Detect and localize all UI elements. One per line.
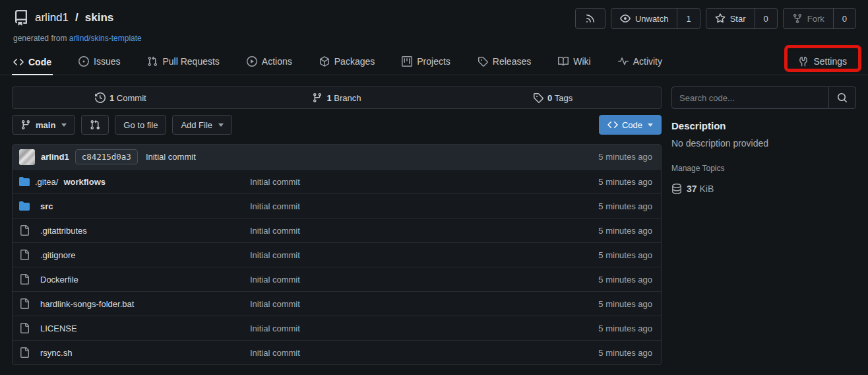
tab-releases[interactable]: Releases bbox=[476, 50, 532, 75]
stat-tags[interactable]: 0 Tags bbox=[445, 92, 661, 103]
template-repo-link[interactable]: arlind/skins-template bbox=[69, 34, 142, 43]
tag-icon bbox=[533, 92, 543, 103]
file-commit-message-link[interactable]: Initial commit bbox=[250, 250, 598, 260]
commit-time: 5 minutes ago bbox=[598, 152, 654, 162]
tab-packages[interactable]: Packages bbox=[318, 50, 376, 75]
commit-author-link[interactable]: arlind1 bbox=[41, 152, 69, 162]
code-download-button[interactable]: Code bbox=[599, 115, 662, 135]
file-name-link[interactable]: Dockerfile bbox=[19, 274, 250, 285]
repo-tabs: Code Issues Pull Requests Actions Packag… bbox=[12, 50, 664, 75]
file-name-link[interactable]: rsync.sh bbox=[19, 347, 250, 358]
eye-icon bbox=[620, 13, 631, 24]
compare-button[interactable] bbox=[81, 115, 109, 135]
unwatch-label: Unwatch bbox=[635, 14, 669, 24]
fork-count[interactable]: 0 bbox=[833, 9, 855, 28]
file-commit-message-link[interactable]: Initial commit bbox=[250, 299, 598, 309]
star-count[interactable]: 0 bbox=[755, 9, 777, 28]
branch-selector[interactable]: main bbox=[12, 115, 75, 135]
add-file-button[interactable]: Add File bbox=[172, 115, 232, 135]
generated-from-prefix: generated from bbox=[13, 34, 67, 43]
description-title: Description bbox=[671, 120, 856, 131]
go-to-file-label: Go to file bbox=[123, 120, 158, 130]
stat-commit[interactable]: 1 Commit bbox=[13, 92, 229, 103]
tab-issues[interactable]: Issues bbox=[77, 50, 121, 75]
main-column: 1 Commit 1 Branch 0 Tags main Go to file bbox=[12, 86, 662, 365]
tab-label: Packages bbox=[334, 56, 375, 67]
tab-label: Wiki bbox=[573, 56, 590, 67]
tools-icon bbox=[798, 56, 809, 67]
file-row: src Initial commit 5 minutes ago bbox=[13, 193, 661, 218]
file-name-link[interactable]: .gitea/workflows bbox=[19, 176, 250, 187]
repo-owner-link[interactable]: arlind1 bbox=[35, 11, 69, 24]
folder-icon bbox=[19, 176, 30, 187]
file-commit-time: 5 minutes ago bbox=[598, 201, 654, 211]
stat-text: 0 Tags bbox=[547, 93, 573, 103]
file-row: .gitignore Initial commit 5 minutes ago bbox=[13, 242, 661, 267]
file-name-link[interactable]: hardlink-songs-folder.bat bbox=[19, 298, 250, 309]
chevron-down-icon bbox=[218, 123, 224, 127]
file-icon bbox=[19, 347, 30, 358]
file-row: .gitea/workflows Initial commit 5 minute… bbox=[13, 169, 661, 193]
star-button[interactable]: Star 0 bbox=[706, 8, 778, 29]
file-name-link[interactable]: .gitattributes bbox=[19, 225, 250, 236]
tab-code[interactable]: Code bbox=[12, 51, 53, 75]
tab-wiki[interactable]: Wiki bbox=[557, 50, 592, 75]
file-icon bbox=[19, 298, 30, 309]
commit-hash-link[interactable]: c84215d0a3 bbox=[75, 149, 138, 164]
repo-stats-bar: 1 Commit 1 Branch 0 Tags bbox=[12, 86, 662, 109]
manage-topics-link[interactable]: Manage Topics bbox=[671, 164, 725, 173]
file-name: Dockerfile bbox=[40, 275, 78, 285]
repo-icon bbox=[13, 10, 29, 26]
repo-size: 37 KiB bbox=[671, 184, 856, 194]
search-icon bbox=[837, 92, 848, 103]
file-commit-message-link[interactable]: Initial commit bbox=[250, 226, 598, 236]
chevron-down-icon bbox=[61, 123, 67, 127]
stat-branch[interactable]: 1 Branch bbox=[229, 92, 445, 103]
code-button-label: Code bbox=[622, 120, 642, 130]
fork-button[interactable]: Fork 0 bbox=[783, 8, 856, 29]
file-name-link[interactable]: LICENSE bbox=[19, 323, 250, 333]
star-label: Star bbox=[730, 14, 746, 24]
file-commit-message-link[interactable]: Initial commit bbox=[250, 324, 598, 333]
branch-name: main bbox=[36, 120, 55, 130]
stat-text: 1 Commit bbox=[109, 93, 146, 103]
tab-actions[interactable]: Actions bbox=[245, 50, 294, 75]
description-empty-text: No description provided bbox=[671, 138, 856, 149]
tab-activity[interactable]: Activity bbox=[617, 50, 664, 75]
search-input[interactable] bbox=[672, 87, 828, 108]
file-row: LICENSE Initial commit 5 minutes ago bbox=[13, 316, 661, 340]
file-commit-time: 5 minutes ago bbox=[598, 275, 654, 285]
folder-icon bbox=[19, 201, 30, 211]
book-icon bbox=[558, 56, 569, 67]
tab-settings[interactable]: Settings bbox=[797, 50, 856, 75]
tab-pull-requests[interactable]: Pull Requests bbox=[146, 50, 220, 75]
stat-text: 1 Branch bbox=[326, 93, 361, 103]
file-name: rsync.sh bbox=[40, 348, 72, 358]
file-name: LICENSE bbox=[40, 324, 77, 333]
repo-name-link[interactable]: skins bbox=[85, 11, 113, 24]
file-commit-message-link[interactable]: Initial commit bbox=[250, 201, 598, 211]
file-name: .gitignore bbox=[40, 250, 75, 260]
file-icon bbox=[19, 274, 30, 285]
repo-content: 1 Commit 1 Branch 0 Tags main Go to file bbox=[0, 75, 868, 365]
file-commit-message-link[interactable]: Initial commit bbox=[250, 348, 598, 358]
tab-projects[interactable]: Projects bbox=[400, 50, 452, 75]
avatar[interactable] bbox=[19, 149, 35, 165]
watch-count[interactable]: 1 bbox=[677, 9, 699, 28]
go-to-file-button[interactable]: Go to file bbox=[115, 115, 166, 135]
file-commit-message-link[interactable]: Initial commit bbox=[250, 275, 598, 285]
file-path-prefix: .gitea/ bbox=[35, 177, 58, 187]
rss-button[interactable] bbox=[575, 8, 605, 29]
file-name-link[interactable]: .gitignore bbox=[19, 250, 250, 260]
search-button[interactable] bbox=[828, 87, 855, 108]
file-commit-time: 5 minutes ago bbox=[598, 226, 654, 236]
git-branch-icon bbox=[312, 92, 323, 103]
tab-label: Activity bbox=[633, 56, 662, 67]
unwatch-button[interactable]: Unwatch 1 bbox=[611, 8, 700, 29]
file-commit-message-link[interactable]: Initial commit bbox=[250, 177, 598, 187]
commit-message-link[interactable]: Initial commit bbox=[146, 152, 196, 162]
file-name: .gitattributes bbox=[40, 226, 87, 236]
repo-action-buttons: Unwatch 1 Star 0 Fork 0 bbox=[575, 8, 856, 29]
file-commit-time: 5 minutes ago bbox=[598, 250, 654, 260]
file-name-link[interactable]: src bbox=[19, 201, 250, 211]
